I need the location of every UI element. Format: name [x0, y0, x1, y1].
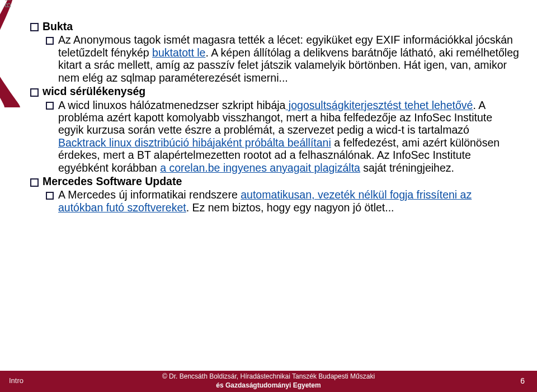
link-buktatott[interactable]: buktatott le: [152, 46, 205, 59]
slide-body: Bukta Az Anonymous tagok ismét magasra t…: [27, 20, 519, 215]
item-text: . Ez nem biztos, hogy egy nagyon jó ötle…: [186, 201, 394, 214]
rail-letters: BME: [3, 0, 12, 8]
left-rail: BME: [0, 0, 22, 392]
item-title: wicd sérülékenység: [43, 85, 145, 97]
item-text: A wicd linuxos hálózatmenedzser szkript …: [58, 99, 285, 111]
footer: Intro © Dr. Bencsáth Boldizsár, Híradást…: [0, 371, 537, 392]
footer-line2: és Gazdaságtudományi Egyetem: [0, 381, 537, 390]
link-jogosultsag[interactable]: jogosultságkiterjesztést tehet lehetővé: [285, 99, 473, 111]
item-title: Mercedes Software Update: [43, 175, 182, 187]
item-title: Bukta: [43, 20, 73, 32]
page-number: 6: [520, 376, 525, 385]
item-text: A Mercedes új informatikai rendszere: [58, 188, 241, 201]
logo-swoosh: [0, 0, 21, 107]
list-item: Mercedes Software Update: [27, 175, 519, 187]
link-corelan[interactable]: a corelan.be ingyenes anyagait plagizált…: [160, 162, 360, 174]
link-backtrack[interactable]: Backtrack linux disztribúció hibájaként …: [58, 136, 331, 149]
list-item: A wicd linuxos hálózatmenedzser szkript …: [43, 99, 519, 174]
list-item: Az Anonymous tagok ismét magasra tették …: [43, 34, 519, 84]
footer-credit: © Dr. Bencsáth Boldizsár, Híradástechnik…: [0, 372, 537, 390]
footer-line1: © Dr. Bencsáth Boldizsár, Híradástechnik…: [0, 372, 537, 381]
item-text: saját tréningjeihez.: [360, 162, 454, 174]
list-item: Bukta: [27, 20, 519, 32]
list-item: wicd sérülékenység: [27, 85, 519, 97]
list-item: A Mercedes új informatikai rendszere aut…: [43, 188, 519, 214]
